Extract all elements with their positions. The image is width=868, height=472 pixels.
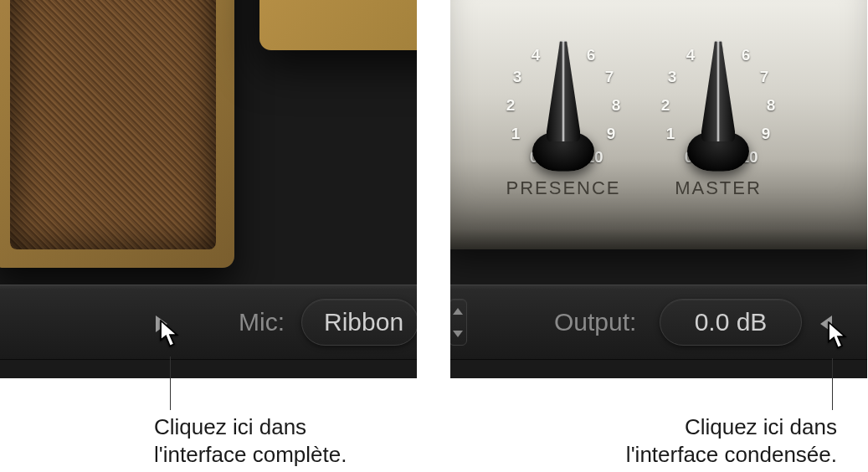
collapse-triangle-icon[interactable] [820, 316, 832, 332]
mic-select-value: Ribbon [324, 308, 403, 336]
master-knob-group: 0 1 2 3 4 5 6 7 8 9 10 MASTER [647, 25, 789, 199]
amp-head-faceplate: 0 1 2 3 4 5 6 7 8 9 10 PRESENCE 0 1 2 3 [450, 0, 867, 249]
presence-knob-group: 0 1 2 3 4 5 6 7 8 9 10 PRESENCE [492, 25, 634, 199]
presence-dial[interactable]: 0 1 2 3 4 5 6 7 8 9 10 [492, 25, 634, 167]
speaker-cabinet-a [0, 0, 234, 268]
output-value-text: 0.0 dB [695, 308, 768, 336]
mic-label: Mic: [239, 308, 285, 336]
bottom-bar-left: Mic: Ribbon [0, 285, 417, 360]
callout-leader-right [832, 358, 833, 410]
stepper-down-icon[interactable] [453, 331, 463, 337]
master-knob-label: MASTER [675, 177, 762, 199]
callout-leader-left [170, 357, 171, 410]
master-dial[interactable]: 0 1 2 3 4 5 6 7 8 9 10 [647, 25, 789, 167]
callout-full-interface: Cliquez ici dans l'interface complète. [154, 413, 347, 468]
presence-knob-label: PRESENCE [506, 177, 620, 199]
output-value-field[interactable]: 0.0 dB [660, 299, 802, 346]
mic-select[interactable]: Ribbon [301, 299, 417, 346]
stepper-up-icon[interactable] [453, 308, 463, 315]
output-label: Output: [554, 308, 636, 336]
master-knob-pointer[interactable] [701, 41, 735, 141]
expand-triangle-icon[interactable] [156, 316, 167, 332]
amp-full-interface-panel: Mic: Ribbon [0, 0, 417, 378]
amp-condensed-interface-panel: 0 1 2 3 4 5 6 7 8 9 10 PRESENCE 0 1 2 3 [450, 0, 867, 378]
bottom-bar-right: Output: 0.0 dB [450, 285, 867, 360]
value-stepper[interactable] [450, 299, 467, 346]
speaker-cabinet-b [259, 0, 417, 50]
presence-knob-pointer[interactable] [547, 41, 580, 141]
callout-condensed-interface: Cliquez ici dans l'interface condensée. [578, 413, 837, 468]
